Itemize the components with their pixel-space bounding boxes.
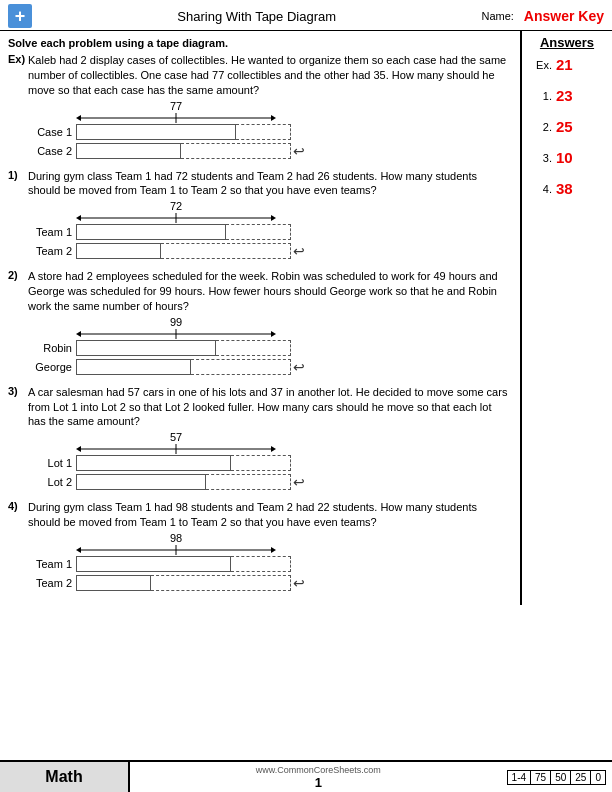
problem-1-row2: Team 2 ↩: [28, 243, 512, 259]
answer-4-value: 38: [556, 180, 573, 197]
problem-1-curved-arrow: ↩: [293, 243, 305, 259]
problem-3-arrow-number: 57: [170, 431, 182, 443]
svg-marker-7: [76, 215, 81, 221]
svg-marker-12: [76, 331, 81, 337]
problem-2-arrow-svg: [76, 328, 276, 340]
page-title: Sharing With Tape Diagram: [32, 9, 481, 24]
problem-4-num: 4): [8, 500, 28, 530]
example-curved-arrow: ↩: [293, 143, 305, 159]
example-num: Ex): [8, 53, 28, 98]
problem-3-row2: Lot 2 ↩: [28, 474, 512, 490]
example-bar2-dashed: [181, 143, 291, 159]
svg-marker-2: [76, 115, 81, 121]
main-layout: Solve each problem using a tape diagram.…: [0, 31, 612, 605]
example-diagram: 77 Case 1: [28, 100, 512, 159]
problem-3-bar1-dashed: [231, 455, 291, 471]
problem-2-bar2-dashed: [191, 359, 291, 375]
svg-marker-3: [271, 115, 276, 121]
example-problem: Ex) Kaleb had 2 display cases of collect…: [8, 53, 512, 159]
problem-3-row1: Lot 1: [28, 455, 512, 471]
answers-title: Answers: [540, 35, 594, 50]
answer-4: 4. 38: [528, 180, 606, 197]
problem-4-diagram: 98 Team 1: [28, 532, 512, 591]
problem-4-bar1-dashed: [231, 556, 291, 572]
problem-1-num: 1): [8, 169, 28, 199]
problem-2-bar1-dashed: [216, 340, 291, 356]
example-bar1-solid: [76, 124, 236, 140]
footer-url: www.CommonCoreSheets.com: [256, 765, 381, 775]
svg-marker-17: [76, 446, 81, 452]
svg-marker-23: [271, 547, 276, 553]
answer-1-value: 23: [556, 87, 573, 104]
answer-2-label: 2.: [528, 121, 552, 133]
problem-2-num: 2): [8, 269, 28, 314]
footer-page: 1: [315, 775, 322, 790]
footer-score-75: 75: [531, 771, 551, 784]
problem-2-diagram: 99 Robin: [28, 316, 512, 375]
example-row1-label: Case 1: [28, 126, 72, 138]
problem-1-text: During gym class Team 1 had 72 students …: [28, 169, 512, 199]
problem-2-curved-arrow: ↩: [293, 359, 305, 375]
problem-1-diagram: 72 Team 1: [28, 200, 512, 259]
problem-4-row1: Team 1: [28, 556, 512, 572]
problem-2: 2) A store had 2 employees scheduled for…: [8, 269, 512, 375]
answer-1-label: 1.: [528, 90, 552, 102]
plus-icon: +: [8, 4, 32, 28]
example-bar2-solid: [76, 143, 181, 159]
problem-4-curved-arrow: ↩: [293, 575, 305, 591]
example-row2-label: Case 2: [28, 145, 72, 157]
problem-3-diagram: 57 Lot 1: [28, 431, 512, 490]
footer-scores: 1-4 75 50 25 0: [507, 770, 606, 785]
problem-4-arrow-number: 98: [170, 532, 182, 544]
problem-3-bar1-solid: [76, 455, 231, 471]
footer-right: 1-4 75 50 25 0: [507, 762, 612, 792]
svg-marker-8: [271, 215, 276, 221]
footer-score-25: 25: [571, 771, 591, 784]
example-text: Kaleb had 2 display cases of collectible…: [28, 53, 512, 98]
problem-1-row2-label: Team 2: [28, 245, 72, 257]
problem-4-bar2-solid: [76, 575, 151, 591]
problem-2-row2: George ↩: [28, 359, 512, 375]
example-row1: Case 1: [28, 124, 512, 140]
answer-4-label: 4.: [528, 183, 552, 195]
content-area: Solve each problem using a tape diagram.…: [0, 31, 522, 605]
answer-key-label: Answer Key: [524, 8, 604, 24]
problem-1: 1) During gym class Team 1 had 72 studen…: [8, 169, 512, 260]
problem-4-row2: Team 2 ↩: [28, 575, 512, 591]
problem-2-text: A store had 2 employees scheduled for th…: [28, 269, 512, 314]
footer-math-label: Math: [0, 762, 130, 792]
example-bar1-dashed: [236, 124, 291, 140]
problem-3-row1-label: Lot 1: [28, 457, 72, 469]
footer-score-range: 1-4: [508, 771, 531, 784]
problem-2-bar2-solid: [76, 359, 191, 375]
problem-4-arrow-svg: [76, 544, 276, 556]
problem-1-arrow-svg: [76, 212, 276, 224]
problem-3-bar2-solid: [76, 474, 206, 490]
footer-center: www.CommonCoreSheets.com 1: [130, 762, 507, 792]
example-row2: Case 2 ↩: [28, 143, 512, 159]
problem-3: 3) A car salesman had 57 cars in one of …: [8, 385, 512, 491]
problem-3-num: 3): [8, 385, 28, 430]
footer-score-50: 50: [551, 771, 571, 784]
problem-2-row1: Robin: [28, 340, 512, 356]
svg-marker-18: [271, 446, 276, 452]
problem-3-curved-arrow: ↩: [293, 474, 305, 490]
footer-score-0: 0: [591, 771, 605, 784]
problem-3-row2-label: Lot 2: [28, 476, 72, 488]
footer: Math www.CommonCoreSheets.com 1 1-4 75 5…: [0, 760, 612, 792]
instructions: Solve each problem using a tape diagram.: [8, 37, 512, 49]
answer-2-value: 25: [556, 118, 573, 135]
problem-3-bar2-dashed: [206, 474, 291, 490]
answers-panel: Answers Ex. 21 1. 23 2. 25 3. 10 4. 38: [522, 31, 612, 605]
answer-3: 3. 10: [528, 149, 606, 166]
answer-ex-value: 21: [556, 56, 573, 73]
answer-3-label: 3.: [528, 152, 552, 164]
problem-1-bar2-solid: [76, 243, 161, 259]
example-arrow-number: 77: [170, 100, 182, 112]
problem-4-text: During gym class Team 1 had 98 students …: [28, 500, 512, 530]
problem-4-row2-label: Team 2: [28, 577, 72, 589]
problem-1-bar1-solid: [76, 224, 226, 240]
answer-ex-label: Ex.: [528, 59, 552, 71]
problem-2-arrow-number: 99: [170, 316, 182, 328]
problem-4: 4) During gym class Team 1 had 98 studen…: [8, 500, 512, 591]
